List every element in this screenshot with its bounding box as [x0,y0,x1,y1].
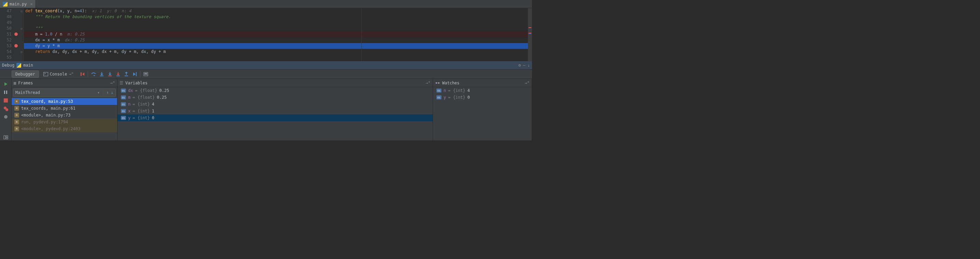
line-number-gutter: 474849505152535455 [0,8,19,61]
svg-rect-12 [4,98,8,102]
variable-type: = {int} [132,102,150,107]
stack-frame[interactable]: ⌘tex_coord, main.py:53 [12,98,117,105]
stack-frame[interactable]: ⌘<module>, main.py:73 [12,112,117,118]
variable-row[interactable]: 01m = {float} 0.25 [118,94,433,101]
close-tab-icon[interactable]: × [30,2,33,6]
settings-gear-icon[interactable]: ⚙ [518,63,521,68]
fold-toggle [19,14,24,20]
code-line[interactable]: dy = y * m [24,43,532,49]
download-icon[interactable]: ⇣ [528,63,530,68]
variable-name: n [128,102,130,107]
evaluate-expression-icon[interactable] [142,70,150,78]
frames-list[interactable]: ⌘tex_coord, main.py:53⌘tex_coords, main.… [12,98,117,141]
variable-row[interactable]: 01n = {int} 4 [118,101,433,108]
stack-frame[interactable]: ⌘run, pydevd.py:1794 [12,118,117,125]
restore-layout-icon[interactable]: →" [426,81,431,85]
variable-badge-icon: 01 [121,116,126,120]
frame-icon: ⌘ [14,120,19,125]
line-number[interactable]: 55 [0,55,19,61]
svg-rect-18 [6,138,8,139]
frame-icon: ⌘ [14,126,19,131]
editor-tab-bar: main.py × [0,0,532,8]
step-into-icon[interactable] [98,70,106,78]
code-line[interactable] [24,20,532,26]
file-tab-main[interactable]: main.py × [0,0,36,8]
right-margin-line [361,8,362,61]
code-line[interactable]: return dx, dy, dx + m, dy, dx + m, dy + … [24,49,532,55]
line-number[interactable]: 54 [0,49,19,55]
watches-title: Watches [442,81,460,85]
watches-list[interactable]: 01n = {int} 401y = {int} 0 [433,87,532,141]
variable-type: = {int} [132,115,150,120]
thread-selector[interactable]: MainThread ▾ | ↑ ↓ [13,88,116,97]
show-execution-point-icon[interactable] [78,70,86,78]
variables-panel: ☰ Variables →" 01dx = {float} 0.2501m = … [118,79,433,141]
run-to-cursor-icon[interactable] [130,70,138,78]
watch-name: n [444,88,446,93]
code-line[interactable]: """ [24,26,532,32]
restore-layout-icon[interactable]: →" [525,81,530,85]
console-icon [43,72,48,76]
layout-settings-button[interactable] [2,134,9,141]
frame-label: <module>, pydevd.py:2403 [21,126,80,131]
fold-toggle[interactable]: ⊟ [19,49,24,55]
code-area[interactable]: def tex_coord(x, y, n=4): x: 1 y: 0 n: 4… [24,8,532,61]
variable-name: m [128,95,130,100]
variable-badge-icon: 01 [121,102,126,106]
frames-panel: ▦ Frames →" MainThread ▾ | ↑ ↓ ⌘tex_coor… [12,79,118,141]
mute-breakpoints-button[interactable] [2,114,9,120]
watch-row[interactable]: 01y = {int} 0 [433,94,532,101]
scrollbar-markers[interactable] [528,8,532,61]
svg-point-15 [4,115,8,118]
variable-badge-icon: 01 [121,88,126,93]
watch-badge-icon: 01 [436,88,442,93]
frame-label: run, pydevd.py:1794 [21,120,68,125]
variable-row[interactable]: 01y = {int} 0 [118,115,433,121]
watch-row[interactable]: 01n = {int} 4 [433,87,532,94]
svg-rect-4 [136,72,137,76]
variables-icon: ☰ [119,81,123,85]
code-line[interactable]: def tex_coord(x, y, n=4): x: 1 y: 0 n: 4 [24,8,532,14]
code-line[interactable]: """ Return the bounding vertices of the … [24,14,532,20]
variable-type: = {float} [132,95,155,100]
fold-toggle[interactable]: ⊟ [19,26,24,32]
next-frame-icon[interactable]: ↓ [111,90,113,95]
variable-name: y [128,115,130,120]
variable-value: 1 [152,109,154,114]
code-editor[interactable]: 474849505152535455 ⊟⊟⊟ def tex_coord(x, … [0,8,532,61]
line-number[interactable]: 50 [0,26,19,32]
code-line[interactable] [24,55,532,61]
resume-button[interactable] [2,89,9,95]
rerun-button[interactable] [2,81,9,87]
stack-frame[interactable]: ⌘<module>, pydevd.py:2403 [12,125,117,132]
variable-row[interactable]: 01x = {int} 1 [118,108,433,115]
stack-frame[interactable]: ⌘tex_coords, main.py:61 [12,105,117,112]
restore-layout-icon[interactable]: →" [110,81,115,85]
variable-row[interactable]: 01dx = {float} 0.25 [118,87,433,94]
current-line-marker [528,34,531,34]
force-step-into-icon[interactable] [114,70,122,78]
line-number[interactable]: 53 [0,43,19,49]
view-breakpoints-button[interactable] [2,106,9,112]
watches-panel: 👓 Watches →" 01n = {int} 401y = {int} 0 [433,79,532,141]
step-over-icon[interactable] [89,70,98,78]
variables-list[interactable]: 01dx = {float} 0.2501m = {float} 0.2501n… [118,87,433,141]
console-tab-label: Console [50,72,67,77]
tab-debugger[interactable]: Debugger [12,70,39,78]
prev-frame-icon[interactable]: ↑ [107,90,109,95]
line-number[interactable]: 52 [0,37,19,43]
step-into-my-code-icon[interactable] [106,70,114,78]
line-number[interactable]: 48 [0,14,19,20]
line-number[interactable]: 51 [0,32,19,37]
code-line[interactable]: dx = x * m dx: 0.25 [24,37,532,43]
tab-console[interactable]: Console →" [40,70,78,78]
step-out-icon[interactable] [122,70,130,78]
line-number[interactable]: 49 [0,20,19,26]
fold-toggle[interactable]: ⊟ [19,8,24,14]
line-number[interactable]: 47 [0,8,19,14]
code-line[interactable]: m = 1.0 / n m: 0.25 [24,32,532,37]
stop-button[interactable] [2,98,9,104]
svg-rect-0 [100,75,103,76]
frames-icon: ▦ [14,81,16,85]
minimize-icon[interactable]: — [523,63,525,68]
